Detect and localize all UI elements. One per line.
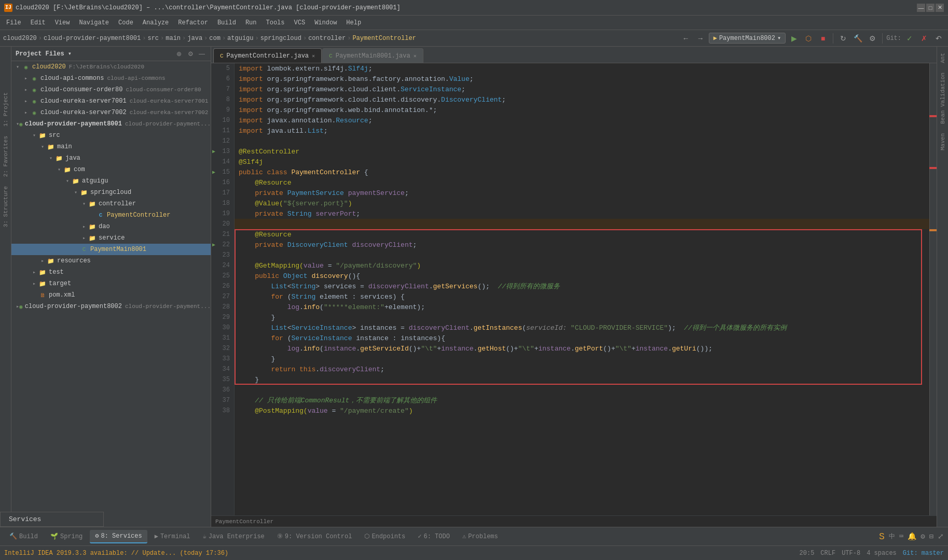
menu-run[interactable]: Run <box>241 18 261 28</box>
bottom-tab-terminal[interactable]: ▶ Terminal <box>149 530 196 543</box>
run-config[interactable]: ▶ PaymentMain8002 ▾ <box>709 33 786 44</box>
tree-item-atguigu[interactable]: ▾ 📁 atguigu <box>11 175 211 187</box>
code-line-13: @RestController <box>235 146 929 157</box>
menu-bar: File Edit View Navigate Code Analyze Ref… <box>0 16 948 30</box>
breadcrumb-controller[interactable]: controller <box>308 35 346 42</box>
menu-refactor[interactable]: Refactor <box>174 18 212 28</box>
breadcrumb-root[interactable]: cloud2020 <box>3 35 37 42</box>
tree-item-src[interactable]: ▾ 📁 src <box>11 130 211 141</box>
ln-27: 27 <box>211 291 234 302</box>
window-controls[interactable]: — □ ✕ <box>917 4 944 12</box>
menu-edit[interactable]: Edit <box>26 18 50 28</box>
forward-button[interactable]: → <box>694 32 707 45</box>
ln-9: 9 <box>211 105 234 115</box>
settings-small-icon: ⚙ <box>920 532 925 541</box>
code-line-7: import org.springframework.cloud.client.… <box>235 84 929 94</box>
tree-item-target[interactable]: ▸ 📁 target <box>11 278 211 289</box>
bottom-tab-services[interactable]: ⚙ 8: Services <box>90 530 147 543</box>
tree-item-service[interactable]: ▸ 📁 service <box>11 232 211 244</box>
tree-item-com[interactable]: ▾ 📁 com <box>11 164 211 175</box>
tree-item-eureka7002[interactable]: ▸ ◉ cloud-eureka-server7002 cloud-eureka… <box>11 107 211 118</box>
tree-item-payment-main[interactable]: C PaymentMain8001 <box>11 244 211 255</box>
tree-item-main[interactable]: ▾ 📁 main <box>11 141 211 152</box>
maximize-button[interactable]: □ <box>926 4 935 12</box>
project-tree[interactable]: ▾ ◉ cloud2020 F:\JetBrains\cloud2020 ▸ ◉… <box>11 61 211 527</box>
tab-close-controller[interactable]: ✕ <box>312 53 315 59</box>
side-tab-structure[interactable]: 3: Structure <box>1 182 10 231</box>
keyboard-icon: ⌨ <box>899 532 903 541</box>
tree-item-consumer-order[interactable]: ▸ ◉ cloud-consumer-order80 cloud-consume… <box>11 84 211 95</box>
menu-help[interactable]: Help <box>342 18 365 28</box>
minimize-button[interactable]: — <box>917 4 925 12</box>
breadcrumb-java[interactable]: java <box>187 35 202 42</box>
breadcrumb-module[interactable]: cloud-provider-payment8001 <box>44 35 141 42</box>
debug-button[interactable]: ⬡ <box>802 32 815 45</box>
code-line-5: import lombok.extern.slf4j.Slf4j; <box>235 63 929 74</box>
stop-button[interactable]: ■ <box>817 32 829 45</box>
breadcrumb-com[interactable]: com <box>209 35 221 42</box>
panel-close-icon[interactable]: — <box>197 49 207 59</box>
bottom-tab-spring[interactable]: 🌱 Spring <box>45 530 88 543</box>
menu-tools[interactable]: Tools <box>262 18 289 28</box>
bottom-tab-java-enterprise[interactable]: ☕ Java Enterprise <box>198 530 270 543</box>
build-button[interactable]: 🔨 <box>851 32 864 45</box>
menu-code[interactable]: Code <box>114 18 138 28</box>
line-numbers: 5 6 7 8 9 10 11 12 ▶13 14 ▶15 16 17 18 1… <box>211 63 235 515</box>
tree-item-java[interactable]: ▾ 📁 java <box>11 152 211 164</box>
ln-32: 32 <box>211 343 234 354</box>
settings-button[interactable]: ⚙ <box>866 32 878 45</box>
status-indent: 4 spaces <box>867 550 897 557</box>
side-tab-favorites[interactable]: 2: Favorites <box>1 132 10 181</box>
bottom-tab-version-control[interactable]: ⑨ 9: Version Control <box>272 530 358 543</box>
run-button[interactable]: ▶ <box>788 32 800 45</box>
menu-window[interactable]: Window <box>310 18 341 28</box>
tree-item-pom[interactable]: 🗎 pom.xml <box>11 289 211 301</box>
tree-item-eureka7001[interactable]: ▸ ◉ cloud-eureka-server7001 cloud-eureka… <box>11 95 211 107</box>
breadcrumb-springcloud[interactable]: springcloud <box>260 35 301 42</box>
side-tab-bean-validation[interactable]: Bean Validation <box>938 68 947 128</box>
tree-item-controller[interactable]: ▾ 📁 controller <box>11 198 211 209</box>
tree-item-payment8002[interactable]: ▸ ◉ cloud-provider-payment8002 cloud-pro… <box>11 301 211 312</box>
tree-item-dao[interactable]: ▸ 📁 dao <box>11 221 211 232</box>
side-tab-maven[interactable]: Maven <box>938 129 947 155</box>
ln-29: 29 <box>211 312 234 323</box>
tab-close-main[interactable]: ✕ <box>414 53 417 59</box>
menu-vcs[interactable]: VCS <box>290 18 310 28</box>
tree-item-resources[interactable]: ▸ 📁 resources <box>11 255 211 267</box>
menu-build[interactable]: Build <box>213 18 240 28</box>
tree-item-payment-controller[interactable]: C PaymentController <box>11 209 211 221</box>
close-button[interactable]: ✕ <box>936 4 944 12</box>
menu-navigate[interactable]: Navigate <box>75 18 113 28</box>
breadcrumb-src[interactable]: src <box>147 35 159 42</box>
breadcrumb-atguigu[interactable]: atguigu <box>227 35 253 42</box>
springcloud-icon: 📁 <box>80 188 88 197</box>
back-button[interactable]: ← <box>680 32 692 45</box>
tab-payment-main[interactable]: C PaymentMain8001.java ✕ <box>322 48 423 63</box>
git-undo-button[interactable]: ↶ <box>932 32 945 45</box>
tree-item-api-commons[interactable]: ▸ ◉ cloud-api-commons cloud-api-commons <box>11 73 211 84</box>
menu-view[interactable]: View <box>51 18 74 28</box>
breadcrumb-class[interactable]: PaymentController <box>352 35 416 42</box>
bottom-tab-todo[interactable]: ✓ 6: TODO <box>413 530 455 543</box>
menu-file[interactable]: File <box>2 18 25 28</box>
side-tab-project[interactable]: 1: Project <box>1 88 10 131</box>
refresh-button[interactable]: ↻ <box>837 32 849 45</box>
side-tab-ant[interactable]: Ant <box>938 49 947 67</box>
panel-settings-icon[interactable]: ⚙ <box>186 49 195 59</box>
code-content[interactable]: import lombok.extern.slf4j.Slf4j; import… <box>235 63 929 515</box>
tree-item-payment8001[interactable]: ▾ ◉ cloud-provider-payment8001 cloud-pro… <box>11 118 211 130</box>
breadcrumb-main[interactable]: main <box>166 35 181 42</box>
tree-item-cloud2020[interactable]: ▾ ◉ cloud2020 F:\JetBrains\cloud2020 <box>11 61 211 73</box>
git-check-button[interactable]: ✓ <box>903 32 916 45</box>
bottom-tab-build[interactable]: 🔨 Build <box>4 530 43 543</box>
tab-payment-controller[interactable]: C PaymentController.java ✕ <box>213 48 322 63</box>
bottom-tab-endpoints[interactable]: ⬡ Endpoints <box>359 530 410 543</box>
code-line-19: private String serverPort; <box>235 208 929 219</box>
menu-analyze[interactable]: Analyze <box>139 18 173 28</box>
git-x-button[interactable]: ✗ <box>918 32 930 45</box>
tree-item-springcloud[interactable]: ▾ 📁 springcloud <box>11 187 211 198</box>
services-sidebar: Services <box>0 512 104 527</box>
tree-item-test[interactable]: ▸ 📁 test <box>11 267 211 278</box>
panel-locate-icon[interactable]: ⊕ <box>174 49 184 59</box>
bottom-tab-problems[interactable]: ⚠ Problems <box>457 530 503 543</box>
